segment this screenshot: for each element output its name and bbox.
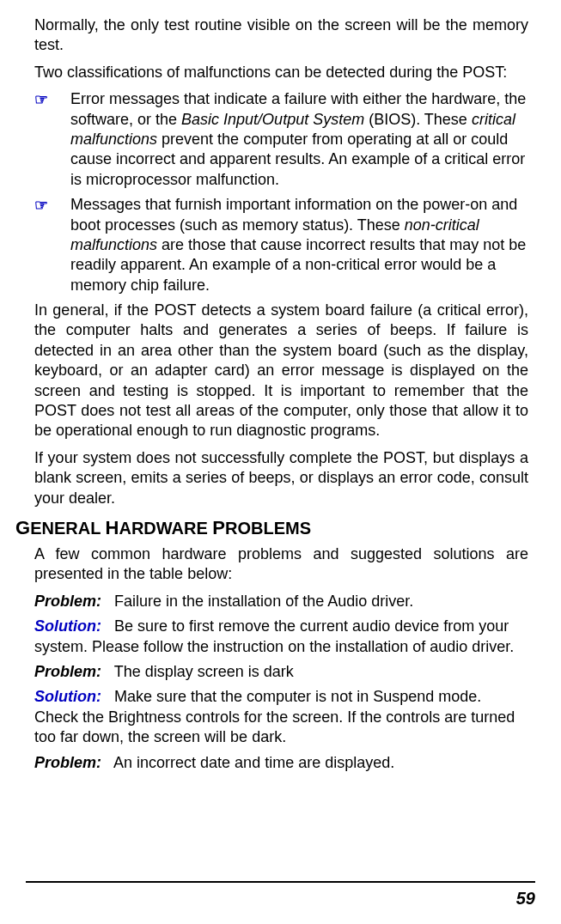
problem-row: Problem: The display screen is dark bbox=[34, 662, 528, 682]
footer-divider bbox=[26, 881, 535, 883]
problem-label: Problem: bbox=[34, 593, 101, 610]
solution-row: Solution: Be sure to first remove the cu… bbox=[34, 617, 528, 657]
after-paragraph-1: In general, if the POST detects a system… bbox=[34, 301, 528, 441]
problem-label: Problem: bbox=[34, 663, 101, 680]
problem-text: Failure in the installation of the Audio… bbox=[114, 593, 413, 610]
solution-label: Solution: bbox=[34, 617, 101, 635]
bullet-item: ☞ Messages that furnish important inform… bbox=[34, 195, 528, 295]
problem-text: An incorrect date and time are displayed… bbox=[113, 754, 394, 771]
solution-row: Solution: Make sure that the computer is… bbox=[34, 687, 528, 747]
page-number: 59 bbox=[516, 889, 535, 909]
after-paragraph-2: If your system does not successfully com… bbox=[34, 448, 528, 508]
bullet-item: ☞ Error messages that indicate a failure… bbox=[34, 89, 528, 190]
problem-label: Problem: bbox=[34, 754, 101, 771]
bullet-text: Messages that furnish important informat… bbox=[70, 195, 528, 295]
solution-text: Be sure to first remove the current audi… bbox=[34, 617, 514, 654]
solution-text: Make sure that the computer is not in Su… bbox=[34, 688, 515, 745]
intro-paragraph-2: Two classifications of malfunctions can … bbox=[34, 63, 528, 82]
solution-label: Solution: bbox=[34, 688, 101, 705]
problem-row: Problem: An incorrect date and time are … bbox=[34, 753, 528, 773]
bullet-text: Error messages that indicate a failure w… bbox=[70, 89, 528, 190]
problem-text: The display screen is dark bbox=[114, 663, 294, 680]
bullet-text-part: (BIOS). These bbox=[364, 111, 472, 128]
bullet-italic: Basic Input/Output System bbox=[181, 111, 364, 128]
section-heading: GENERAL HARDWARE PROBLEMS bbox=[15, 517, 535, 539]
pointing-hand-icon: ☞ bbox=[34, 89, 70, 190]
intro-paragraph-1: Normally, the only test routine visible … bbox=[34, 15, 528, 56]
pointing-hand-icon: ☞ bbox=[34, 195, 70, 295]
problem-row: Problem: Failure in the installation of … bbox=[34, 592, 528, 611]
gh-intro: A few common hardware problems and sugge… bbox=[34, 544, 528, 585]
